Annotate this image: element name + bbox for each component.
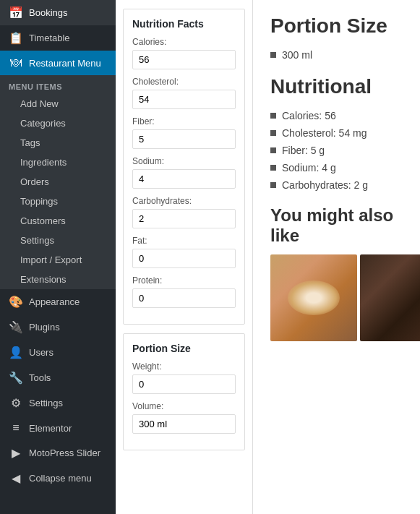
sidebar-item-import-export[interactable]: Import / Export <box>0 250 116 270</box>
fiber-field-group: Fiber: <box>132 116 236 149</box>
settings-icon: ⚙ <box>9 396 23 410</box>
appearance-icon: 🎨 <box>9 295 23 309</box>
bullet-icon <box>270 113 276 119</box>
sidebar-item-plugins[interactable]: 🔌 Plugins <box>0 314 116 340</box>
sidebar-item-add-new[interactable]: Add New <box>0 94 116 113</box>
sidebar-item-appearance[interactable]: 🎨 Appearance <box>0 289 116 314</box>
sidebar-item-extensions[interactable]: Extensions <box>0 270 116 289</box>
sidebar-item-bookings[interactable]: 📅 Bookings <box>0 0 116 25</box>
sidebar-item-customers[interactable]: Customers <box>0 211 116 231</box>
sidebar: 📅 Bookings 📋 Timetable 🍽 Restaurant Menu… <box>0 0 116 514</box>
fiber-label: Fiber: <box>132 116 236 127</box>
portion-size-value: 300 ml <box>282 49 312 61</box>
nutritional-cholesterol: Cholesterol: 54 mg <box>282 127 367 139</box>
protein-input[interactable] <box>132 288 236 308</box>
nutrition-facts-card: Nutrition Facts Calories: Cholesterol: F… <box>123 9 245 325</box>
cholesterol-input[interactable] <box>132 90 236 109</box>
sodium-input[interactable] <box>132 169 236 189</box>
elementor-icon: ≡ <box>9 421 23 434</box>
coffee-beans-visual <box>360 254 420 341</box>
bullet-icon <box>270 130 276 136</box>
sidebar-item-toppings[interactable]: Toppings <box>0 192 116 211</box>
restaurant-menu-icon: 🍽 <box>9 56 23 69</box>
sidebar-item-settings[interactable]: ⚙ Settings <box>0 390 116 416</box>
list-item: Calories: 56 <box>270 110 403 121</box>
list-item: Sodium: 4 g <box>270 162 403 174</box>
main-content: Nutrition Facts Calories: Cholesterol: F… <box>116 0 420 514</box>
carbohydrates-field-group: Carbohydrates: <box>132 196 236 228</box>
portion-size-list: 300 ml <box>270 49 403 61</box>
list-item: Carbohydrates: 2 g <box>270 179 403 191</box>
volume-input[interactable] <box>132 414 236 434</box>
sidebar-item-tags[interactable]: Tags <box>0 133 116 153</box>
protein-label: Protein: <box>132 275 236 286</box>
might-also-like-heading: You might also like <box>270 205 403 246</box>
sidebar-item-collapse-menu[interactable]: ◀ Collapse menu <box>0 466 116 491</box>
bullet-icon <box>270 165 276 171</box>
timetable-icon: 📋 <box>9 31 23 45</box>
sidebar-item-timetable[interactable]: 📋 Timetable <box>0 25 116 51</box>
calories-label: Calories: <box>132 37 236 47</box>
coffee-beans-image <box>360 254 420 341</box>
list-item: Cholesterol: 54 mg <box>270 127 403 139</box>
portion-size-heading: Portion Size <box>270 14 403 38</box>
volume-label: Volume: <box>132 401 236 411</box>
nutritional-list: Calories: 56 Cholesterol: 54 mg Fiber: 5… <box>270 110 403 191</box>
coffee-cup-visual <box>270 254 357 341</box>
menu-items-heading-label: Menu Items <box>0 75 116 94</box>
sidebar-item-users[interactable]: 👤 Users <box>0 340 116 365</box>
nutritional-carbohydrates: Carbohydrates: 2 g <box>282 179 368 191</box>
fiber-input[interactable] <box>132 129 236 149</box>
nutrition-facts-title: Nutrition Facts <box>132 18 236 30</box>
nutritional-fiber: Fiber: 5 g <box>282 145 325 156</box>
nutritional-sodium: Sodium: 4 g <box>282 162 336 174</box>
sidebar-item-orders[interactable]: Orders <box>0 172 116 192</box>
portion-size-panel-title: Portion Size <box>132 343 236 354</box>
weight-input[interactable] <box>132 374 236 394</box>
collapse-icon: ◀ <box>9 471 23 485</box>
bookings-icon: 📅 <box>9 6 23 20</box>
bullet-icon <box>270 52 276 58</box>
sidebar-item-categories[interactable]: Categories <box>0 113 116 133</box>
weight-label: Weight: <box>132 361 236 372</box>
sidebar-item-restaurant-menu[interactable]: 🍽 Restaurant Menu <box>0 51 116 75</box>
carbohydrates-input[interactable] <box>132 209 236 228</box>
nutritional-calories: Calories: 56 <box>282 110 336 121</box>
might-also-like-section: You might also like <box>270 205 403 341</box>
carbohydrates-label: Carbohydrates: <box>132 196 236 206</box>
sidebar-item-settings-sub[interactable]: Settings <box>0 231 116 250</box>
sidebar-item-elementor[interactable]: ≡ Elementor <box>0 416 116 440</box>
tools-icon: 🔧 <box>9 371 23 385</box>
portion-size-card: Portion Size Weight: Volume: <box>123 333 245 450</box>
protein-field-group: Protein: <box>132 275 236 308</box>
fat-field-group: Fat: <box>132 236 236 268</box>
calories-input[interactable] <box>132 50 236 69</box>
bullet-icon <box>270 147 276 153</box>
cholesterol-field-group: Cholesterol: <box>132 77 236 109</box>
list-item: Fiber: 5 g <box>270 145 403 156</box>
weight-field-group: Weight: <box>132 361 236 394</box>
related-images-row <box>270 254 403 341</box>
bullet-icon <box>270 182 276 188</box>
sodium-field-group: Sodium: <box>132 156 236 189</box>
coffee-cup-image <box>270 254 357 341</box>
volume-field-group: Volume: <box>132 401 236 434</box>
sodium-label: Sodium: <box>132 156 236 166</box>
cholesterol-label: Cholesterol: <box>132 77 236 87</box>
center-panel: Nutrition Facts Calories: Cholesterol: F… <box>116 0 253 514</box>
sidebar-item-ingredients[interactable]: Ingredients <box>0 153 116 172</box>
right-panel: Portion Size 300 ml Nutritional Calories… <box>253 0 420 514</box>
list-item: 300 ml <box>270 49 403 61</box>
sidebar-submenu-menu-items: Menu Items Add New Categories Tags Ingre… <box>0 75 116 289</box>
sidebar-item-tools[interactable]: 🔧 Tools <box>0 365 116 390</box>
calories-field-group: Calories: <box>132 37 236 69</box>
fat-input[interactable] <box>132 249 236 268</box>
fat-label: Fat: <box>132 236 236 246</box>
plugins-icon: 🔌 <box>9 320 23 334</box>
nutritional-heading: Nutritional <box>270 75 403 98</box>
sidebar-item-motopress-slider[interactable]: ▶ MotoPress Slider <box>0 440 116 466</box>
users-icon: 👤 <box>9 346 23 359</box>
motopress-slider-icon: ▶ <box>9 446 23 460</box>
